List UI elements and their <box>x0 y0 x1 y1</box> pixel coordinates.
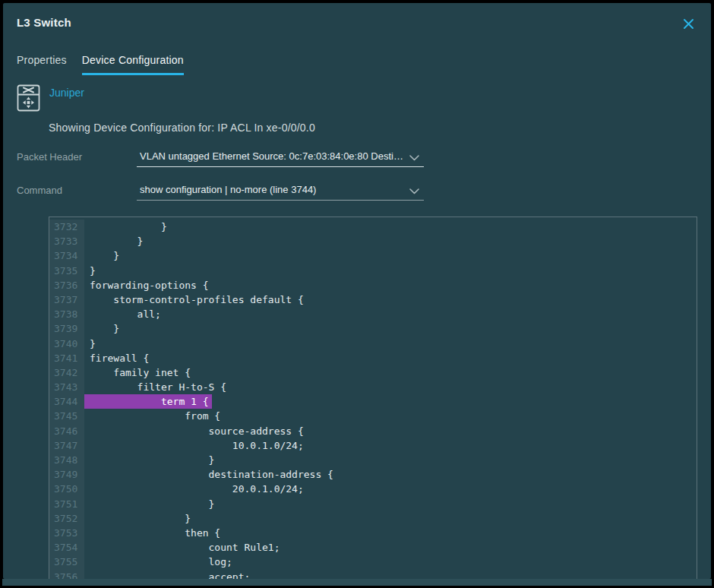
code-text: } <box>84 321 119 336</box>
command-value: show configuration | no-more (line 3744) <box>140 184 316 195</box>
command-select[interactable]: show configuration | no-more (line 3744) <box>137 184 424 201</box>
l3-switch-icon <box>17 84 40 112</box>
code-text: family inet { <box>84 365 191 380</box>
code-text: } <box>84 337 96 351</box>
line-number: 3743 <box>49 380 84 394</box>
code-line: 3744 term 1 { <box>49 394 697 409</box>
line-number: 3752 <box>49 511 84 526</box>
code-line: 3747 10.0.1.0/24; <box>49 438 697 453</box>
packet-header-select[interactable]: VLAN untagged Ethernet Source: 0c:7e:03:… <box>137 150 424 167</box>
code-line: 3735} <box>49 264 697 278</box>
code-line: 3742 family inet { <box>49 365 697 380</box>
chevron-down-icon <box>409 155 419 161</box>
line-number: 3755 <box>49 555 84 569</box>
l3-switch-dialog: L3 Switch Properties Device Configuratio… <box>3 3 711 579</box>
line-number: 3746 <box>49 424 84 438</box>
line-number: 3742 <box>49 365 84 380</box>
code-text: then { <box>84 526 220 540</box>
line-number: 3756 <box>49 570 84 580</box>
code-text: 10.0.1.0/24; <box>84 438 304 453</box>
line-number: 3733 <box>49 234 84 248</box>
code-line: 3756 accept; <box>49 570 697 580</box>
code-line: 3751 } <box>49 497 697 511</box>
packet-header-value: VLAN untagged Ethernet Source: 0c:7e:03:… <box>140 150 403 162</box>
code-line: 3738 all; <box>49 307 697 321</box>
code-text: } <box>84 497 214 511</box>
line-number: 3745 <box>49 409 84 423</box>
code-line: 3736forwarding-options { <box>49 278 697 292</box>
line-number: 3738 <box>49 307 84 321</box>
code-line: 3750 20.0.1.0/24; <box>49 482 697 496</box>
line-number: 3734 <box>49 248 84 263</box>
line-number: 3747 <box>49 438 84 453</box>
line-number: 3751 <box>49 497 84 511</box>
code-text: all; <box>84 307 161 321</box>
code-text: firewall { <box>84 351 149 365</box>
code-text: } <box>84 220 167 234</box>
line-number: 3740 <box>49 337 84 351</box>
line-number: 3748 <box>49 453 84 467</box>
code-line: 3741firewall { <box>49 351 697 365</box>
code-line: 3745 from { <box>49 409 697 423</box>
code-text: } <box>84 453 214 467</box>
code-text: source-address { <box>84 424 304 438</box>
line-number: 3741 <box>49 351 84 365</box>
line-number: 3739 <box>49 321 84 336</box>
packet-header-field: Packet Header VLAN untagged Ethernet Sou… <box>17 150 697 167</box>
code-line: 3734 } <box>49 248 697 263</box>
device-row: Juniper <box>17 84 697 112</box>
line-number: 3732 <box>49 220 84 234</box>
code-line: 3740} <box>49 337 697 351</box>
page-title: L3 Switch <box>17 15 71 30</box>
dialog-header: L3 Switch <box>17 3 697 31</box>
code-text: } <box>84 234 143 248</box>
code-text: from { <box>84 409 220 423</box>
code-text: } <box>84 511 191 526</box>
tab-device-configuration[interactable]: Device Configuration <box>82 54 184 75</box>
line-number: 3736 <box>49 278 84 292</box>
code-text: } <box>84 264 96 278</box>
code-text: forwarding-options { <box>84 278 209 292</box>
code-line: 3737 storm-control-profiles default { <box>49 292 697 307</box>
line-number: 3735 <box>49 264 84 278</box>
code-text: } <box>84 248 119 263</box>
code-line: 3746 source-address { <box>49 424 697 438</box>
code-line: 3732 } <box>49 220 697 234</box>
code-line: 3754 count Rule1; <box>49 540 697 555</box>
code-line: 3743 filter H-to-S { <box>49 380 697 394</box>
code-line: 3753 then { <box>49 526 697 540</box>
code-text: filter H-to-S { <box>84 380 226 394</box>
code-text: 20.0.1.0/24; <box>84 482 304 496</box>
line-number: 3749 <box>49 467 84 482</box>
code-line: 3739 } <box>49 321 697 336</box>
code-text: storm-control-profiles default { <box>84 292 304 307</box>
code-lines: 3732 }3733 }3734 }3735}3736forwarding-op… <box>49 220 697 579</box>
command-label: Command <box>17 185 137 201</box>
code-line: 3749 destination-address { <box>49 467 697 482</box>
code-line: 3748 } <box>49 453 697 467</box>
code-text: destination-address { <box>84 467 333 482</box>
close-icon[interactable] <box>681 17 696 31</box>
background-page-strip <box>2 579 712 586</box>
code-line: 3755 log; <box>49 555 697 569</box>
code-text: count Rule1; <box>84 540 280 555</box>
line-number: 3744 <box>49 394 84 409</box>
showing-configuration-text: Showing Device Configuration for: IP ACL… <box>49 122 697 134</box>
device-configuration-viewer[interactable]: 3732 }3733 }3734 }3735}3736forwarding-op… <box>49 217 697 579</box>
line-number: 3737 <box>49 292 84 307</box>
command-field: Command show configuration | no-more (li… <box>17 184 697 201</box>
line-number: 3750 <box>49 482 84 496</box>
line-number: 3753 <box>49 526 84 540</box>
code-line: 3733 } <box>49 234 697 248</box>
code-text: accept; <box>84 570 250 580</box>
chevron-down-icon <box>409 188 419 194</box>
packet-header-label: Packet Header <box>17 151 137 167</box>
code-text: log; <box>84 555 232 569</box>
code-line: 3752 } <box>49 511 697 526</box>
line-number: 3754 <box>49 540 84 555</box>
device-link-juniper[interactable]: Juniper <box>49 87 84 99</box>
code-text: term 1 { <box>84 394 212 409</box>
tab-properties[interactable]: Properties <box>17 54 67 75</box>
tab-bar: Properties Device Configuration <box>17 54 697 75</box>
